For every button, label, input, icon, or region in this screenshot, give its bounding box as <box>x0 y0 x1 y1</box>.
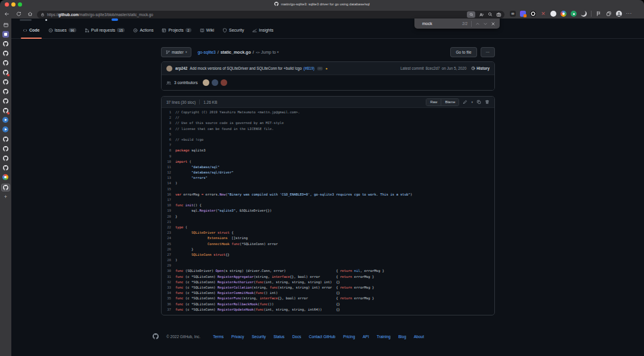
minimize-window-button[interactable] <box>11 2 16 7</box>
line-number[interactable]: 28 <box>162 258 171 263</box>
line-number[interactable]: 12 <box>162 170 171 175</box>
footer-link-pricing[interactable]: Pricing <box>343 335 355 339</box>
line-number[interactable]: 34 <box>162 290 171 296</box>
tab-github[interactable] <box>2 165 9 171</box>
browser-tab-title[interactable]: mattn/go-sqlite3: sqlite3 driver for go … <box>179 2 465 6</box>
edit-pencil-icon[interactable] <box>463 100 467 104</box>
line-number[interactable]: 32 <box>162 280 171 285</box>
tab-github[interactable] <box>2 60 9 66</box>
line-number[interactable]: 17 <box>162 197 171 203</box>
new-tab-button[interactable]: + <box>2 193 9 200</box>
line-number[interactable]: 14 <box>162 181 171 186</box>
extension-ring-icon[interactable] <box>530 11 536 17</box>
breadcrumb-repo-link[interactable]: go-sqlite3 <box>197 50 215 54</box>
profile-avatar[interactable] <box>616 11 622 17</box>
tab-colorful-site[interactable] <box>2 174 8 180</box>
tab-github-active[interactable] <box>1 184 10 191</box>
find-bar[interactable]: mock 2/2 <box>414 18 500 29</box>
more-menu-button[interactable]: ··· <box>626 11 632 17</box>
avatar[interactable] <box>203 79 209 86</box>
line-number[interactable]: 36 <box>162 302 171 307</box>
extension-multicolor-icon[interactable] <box>561 11 566 17</box>
edit-dropdown-caret-icon[interactable]: ▾ <box>471 100 473 104</box>
footer-link-privacy[interactable]: Privacy <box>231 335 244 339</box>
extension-flag-icon[interactable] <box>596 11 602 17</box>
find-on-page-button[interactable] <box>467 11 475 18</box>
address-bar[interactable]: https://github.com/mattn/go-sqlite3/blob… <box>37 11 504 18</box>
tab-github[interactable] <box>2 41 9 47</box>
line-number[interactable]: 10 <box>162 159 171 165</box>
line-number[interactable]: 21 <box>162 219 171 225</box>
more-options-button[interactable]: ··· <box>481 47 496 57</box>
line-number[interactable]: 23 <box>162 230 171 236</box>
repo-tab-projects[interactable]: Projects2 <box>162 22 191 38</box>
line-number[interactable]: 6 <box>162 137 171 143</box>
line-number[interactable]: 18 <box>162 203 171 208</box>
tab-actions-menu-icon[interactable] <box>2 21 9 28</box>
line-number[interactable]: 7 <box>162 143 171 148</box>
repo-tab-security[interactable]: Security <box>222 22 244 38</box>
history-link[interactable]: History <box>471 66 490 70</box>
web-capture-button[interactable] <box>496 12 501 17</box>
line-number[interactable]: 24 <box>162 236 171 241</box>
tab-github[interactable] <box>2 155 9 162</box>
tab-github[interactable] <box>2 136 9 143</box>
find-query[interactable]: mock <box>422 21 432 26</box>
line-number[interactable]: 25 <box>162 242 171 247</box>
zoom-button[interactable] <box>488 12 493 17</box>
commit-message-link[interactable]: Add mock versions of SQLiteDriver and SQ… <box>190 66 302 70</box>
extension-puzzle-badge-icon[interactable] <box>520 11 526 17</box>
line-number[interactable]: 11 <box>162 165 171 170</box>
read-aloud-button[interactable] <box>479 12 484 17</box>
repo-tab-code[interactable]: Code <box>23 22 40 38</box>
repo-tab-wiki[interactable]: Wiki <box>200 22 214 38</box>
tab-github[interactable] <box>2 50 9 57</box>
line-number[interactable]: 19 <box>162 208 171 213</box>
line-number[interactable]: 13 <box>162 175 171 181</box>
footer-link-contact-github[interactable]: Contact GitHub <box>309 335 335 339</box>
line-number[interactable]: 15 <box>162 187 171 192</box>
commit-author-link[interactable]: arp242 <box>175 66 187 70</box>
extension-stack-icon[interactable] <box>606 11 612 17</box>
delete-trash-icon[interactable] <box>485 100 490 104</box>
repo-tab-issues[interactable]: Issues96 <box>48 22 76 38</box>
line-number[interactable]: 16 <box>162 192 171 197</box>
extension-red-x-icon[interactable]: ✕ <box>540 11 546 17</box>
line-number[interactable]: 4 <box>162 126 171 132</box>
line-number[interactable]: 22 <box>162 225 171 230</box>
back-icon[interactable] <box>4 11 10 17</box>
copy-icon[interactable] <box>476 100 481 104</box>
extension-crescent-icon[interactable] <box>581 11 587 17</box>
tab-github[interactable] <box>2 69 9 76</box>
line-number[interactable]: 20 <box>162 214 171 219</box>
pinned-tab-purple[interactable] <box>2 31 9 38</box>
footer-link-about[interactable]: About <box>414 335 424 339</box>
footer-link-blog[interactable]: Blog <box>398 335 406 339</box>
tab-blue-site[interactable] <box>2 126 8 132</box>
reload-icon[interactable] <box>16 11 21 17</box>
commit-sha-link[interactable]: 8cec2d7 <box>426 66 440 70</box>
find-next-icon[interactable] <box>483 21 488 26</box>
extension-green-icon[interactable] <box>571 11 577 17</box>
close-window-button[interactable] <box>5 2 9 7</box>
blame-button[interactable]: Blame <box>441 99 459 106</box>
avatar[interactable] <box>166 66 172 72</box>
branch-selector-button[interactable]: master ▾ <box>161 47 191 57</box>
line-number[interactable]: 2 <box>162 115 171 120</box>
line-number[interactable]: 5 <box>162 132 171 137</box>
line-number[interactable]: 3 <box>162 120 171 126</box>
go-to-file-button[interactable]: Go to file <box>450 47 476 57</box>
line-number[interactable]: 30 <box>162 268 171 274</box>
footer-link-status[interactable]: Status <box>274 335 284 339</box>
avatar[interactable] <box>221 79 227 86</box>
footer-link-security[interactable]: Security <box>252 335 265 339</box>
jump-to-button[interactable]: <> Jump to ▾ <box>256 50 279 54</box>
line-number[interactable]: 37 <box>162 307 171 312</box>
repo-tab-pull-requests[interactable]: Pull requests15 <box>85 22 125 38</box>
line-number[interactable]: 1 <box>162 110 171 115</box>
line-number[interactable]: 35 <box>162 296 171 301</box>
contributors-link[interactable]: 3 contributors <box>174 81 197 85</box>
tab-github[interactable] <box>2 88 9 95</box>
commit-status-pending-icon[interactable]: ● <box>326 67 328 70</box>
tab-github[interactable] <box>2 107 9 114</box>
